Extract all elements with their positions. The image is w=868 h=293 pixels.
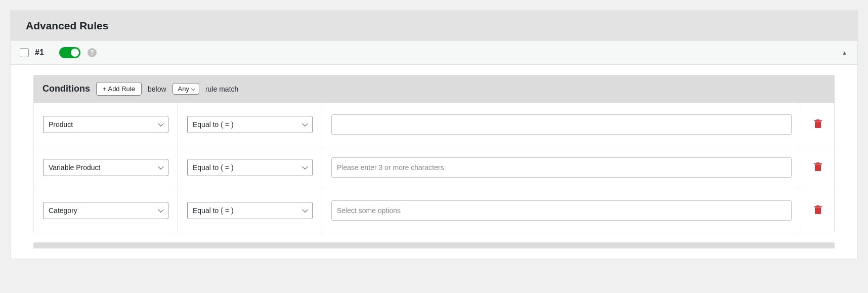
svg-rect-2 — [816, 119, 819, 120]
operator-select[interactable]: Equal to ( = ) — [187, 159, 313, 176]
delete-row-button[interactable] — [814, 205, 822, 216]
operator-select[interactable]: Equal to ( = ) — [187, 202, 313, 219]
trash-icon — [814, 205, 822, 215]
rule-number-label: #1 — [35, 48, 44, 57]
operator-select-value: Equal to ( = ) — [193, 120, 234, 129]
svg-rect-6 — [815, 207, 821, 214]
conditions-header: Conditions + Add Rule below Any rule mat… — [33, 75, 835, 103]
collapse-icon[interactable]: ▲ — [842, 50, 847, 56]
condition-row: Category Equal to ( = ) Select some opti… — [34, 189, 834, 232]
trash-icon — [814, 119, 822, 129]
conditions-title: Conditions — [42, 83, 90, 94]
trash-icon — [814, 162, 822, 172]
operator-select-value: Equal to ( = ) — [193, 206, 234, 215]
svg-rect-0 — [815, 121, 821, 128]
rule-match-text: rule match — [205, 85, 238, 93]
add-rule-button[interactable]: + Add Rule — [96, 82, 142, 96]
conditions-table: Product Equal to ( = ) — [33, 103, 835, 232]
svg-rect-8 — [816, 205, 819, 206]
panel-title: Advanced Rules — [11, 11, 857, 41]
rule-select-checkbox[interactable] — [20, 48, 29, 57]
field-select[interactable]: Category — [43, 202, 168, 219]
svg-rect-5 — [816, 162, 819, 163]
operator-select[interactable]: Equal to ( = ) — [187, 116, 313, 133]
svg-rect-3 — [815, 164, 821, 171]
below-text: below — [148, 85, 166, 93]
rule-header: #1 ? ▲ — [11, 41, 857, 65]
value-input[interactable] — [331, 114, 792, 135]
value-placeholder: Select some options — [337, 206, 401, 215]
chevron-down-icon — [191, 86, 195, 90]
condition-row: Variable Product Equal to ( = ) Please e… — [34, 146, 834, 189]
advanced-rules-panel: Advanced Rules #1 ? ▲ Conditions + Add R… — [10, 10, 858, 259]
match-mode-select[interactable]: Any — [172, 83, 199, 95]
help-icon[interactable]: ? — [88, 48, 97, 57]
field-select-value: Category — [49, 206, 77, 215]
value-placeholder: Please enter 3 or more characters — [337, 163, 444, 172]
field-select-value: Variable Product — [49, 163, 100, 172]
field-select[interactable]: Product — [43, 116, 168, 133]
delete-row-button[interactable] — [814, 162, 822, 173]
condition-row: Product Equal to ( = ) — [34, 103, 834, 146]
match-mode-value: Any — [178, 85, 189, 93]
operator-select-value: Equal to ( = ) — [193, 163, 234, 172]
field-select-value: Product — [49, 120, 73, 129]
value-input[interactable]: Please enter 3 or more characters — [331, 157, 792, 178]
delete-row-button[interactable] — [814, 119, 822, 130]
rule-body: Conditions + Add Rule below Any rule mat… — [11, 65, 857, 259]
next-section-stub — [33, 242, 835, 248]
value-input[interactable]: Select some options — [331, 200, 792, 221]
rule-enabled-toggle[interactable] — [59, 47, 80, 58]
field-select[interactable]: Variable Product — [43, 159, 168, 176]
